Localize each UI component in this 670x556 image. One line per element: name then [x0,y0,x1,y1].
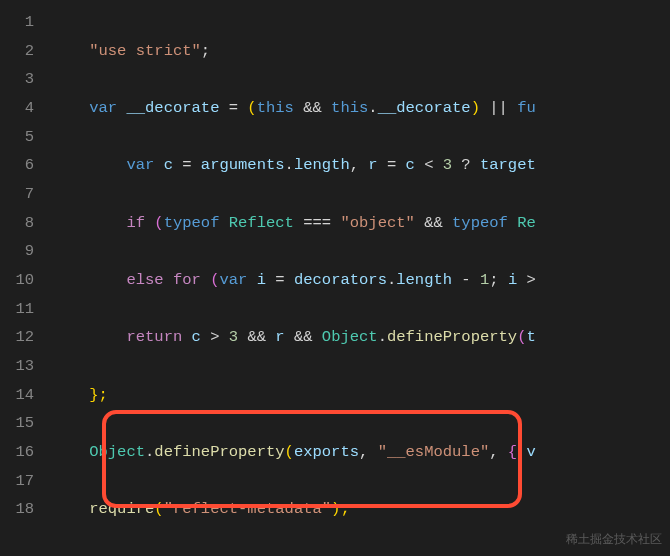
line-number: 15 [6,409,34,438]
line-number: 3 [6,65,34,94]
code-line[interactable]: else for (var i = decorators.length - 1;… [52,266,670,295]
line-number: 6 [6,151,34,180]
line-number: 4 [6,94,34,123]
code-line[interactable]: "use strict"; [52,37,670,66]
code-line[interactable]: if (typeof Reflect === "object" && typeo… [52,209,670,238]
line-number: 16 [6,438,34,467]
line-number: 18 [6,495,34,524]
code-line[interactable]: var __decorate = (this && this.__decorat… [52,94,670,123]
line-number-gutter: 1 2 3 4 5 6 7 8 9 10 11 12 13 14 15 16 1… [0,0,48,556]
code-line[interactable]: return c > 3 && r && Object.defineProper… [52,323,670,352]
code-area[interactable]: "use strict"; var __decorate = (this && … [48,0,670,556]
code-line[interactable]: var c = arguments.length, r = c < 3 ? ta… [52,151,670,180]
line-number: 13 [6,352,34,381]
line-number: 5 [6,123,34,152]
line-number: 14 [6,381,34,410]
line-number: 1 [6,8,34,37]
watermark-text: 稀土掘金技术社区 [566,528,662,550]
line-number: 9 [6,237,34,266]
line-number: 2 [6,37,34,66]
line-number: 12 [6,323,34,352]
code-line[interactable]: Object.defineProperty(exports, "__esModu… [52,438,670,467]
line-number: 10 [6,266,34,295]
code-line[interactable]: require("reflect-metadata"); [52,495,670,524]
line-number: 7 [6,180,34,209]
code-editor: 1 2 3 4 5 6 7 8 9 10 11 12 13 14 15 16 1… [0,0,670,556]
line-number: 8 [6,209,34,238]
line-number: 17 [6,467,34,496]
line-number: 11 [6,295,34,324]
code-line[interactable]: }; [52,381,670,410]
